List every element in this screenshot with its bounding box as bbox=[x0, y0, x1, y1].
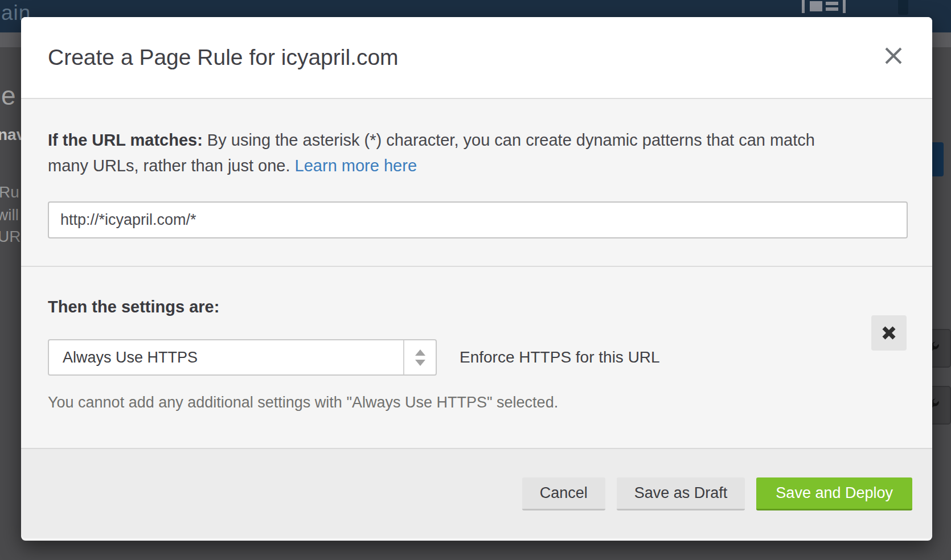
url-pattern-input[interactable] bbox=[48, 201, 908, 238]
url-match-description: If the URL matches: By using the asteris… bbox=[48, 127, 896, 179]
modal-footer: Cancel Save as Draft Save and Deploy bbox=[21, 449, 932, 538]
save-as-draft-button[interactable]: Save as Draft bbox=[617, 477, 745, 510]
layout-icon bbox=[802, 0, 847, 13]
save-and-deploy-button[interactable]: Save and Deploy bbox=[756, 477, 912, 510]
url-match-text-line1: By using the asterisk (*) character, you… bbox=[203, 131, 815, 149]
modal-title: Create a Page Rule for icyapril.com bbox=[48, 45, 399, 70]
setting-row: Always Use HTTPS Enforce HTTPS for this … bbox=[48, 339, 905, 376]
select-stepper[interactable] bbox=[403, 340, 436, 374]
modal-header: Create a Page Rule for icyapril.com bbox=[21, 17, 932, 99]
chevron-up-icon bbox=[415, 349, 425, 356]
background-button-fragment bbox=[898, 0, 908, 15]
remove-setting-button[interactable] bbox=[871, 315, 907, 351]
icon-part bbox=[810, 1, 822, 11]
setting-select[interactable]: Always Use HTTPS bbox=[48, 339, 437, 376]
background-text-fragment: e bbox=[1, 80, 16, 111]
create-page-rule-modal: Create a Page Rule for icyapril.com If t… bbox=[21, 17, 932, 541]
chevron-down-icon bbox=[415, 360, 425, 366]
icon-part bbox=[802, 0, 805, 13]
icon-part bbox=[826, 7, 838, 11]
setting-select-value: Always Use HTTPS bbox=[63, 349, 198, 367]
close-icon bbox=[884, 46, 903, 65]
cancel-button[interactable]: Cancel bbox=[522, 477, 605, 510]
icon-part bbox=[843, 0, 846, 13]
url-match-text-line2: many URLs, rather than just one. bbox=[48, 157, 295, 175]
background-text-fragment: Ru bbox=[0, 183, 19, 201]
setting-description: Enforce HTTPS for this URL bbox=[460, 348, 660, 367]
settings-heading: Then the settings are: bbox=[48, 298, 905, 316]
icon-part bbox=[826, 2, 838, 5]
background-button-fragment bbox=[932, 142, 944, 176]
remove-icon bbox=[881, 325, 897, 341]
settings-note: You cannot add any additional settings w… bbox=[48, 394, 905, 411]
background-text-fragment: will bbox=[0, 206, 19, 224]
learn-more-link[interactable]: Learn more here bbox=[295, 157, 417, 175]
url-match-label: If the URL matches: bbox=[48, 131, 203, 149]
url-match-section: If the URL matches: By using the asteris… bbox=[21, 99, 932, 267]
close-button[interactable] bbox=[883, 46, 904, 66]
background-text-fragment: UR bbox=[0, 228, 21, 246]
settings-section: Then the settings are: Always Use HTTPS … bbox=[21, 267, 932, 449]
